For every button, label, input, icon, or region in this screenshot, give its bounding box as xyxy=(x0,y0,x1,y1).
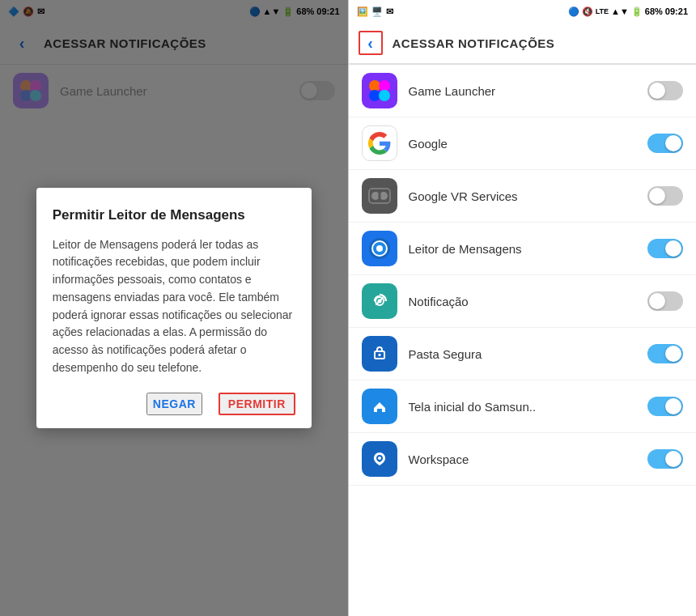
right-game-launcher-name: Game Launcher xyxy=(409,84,648,98)
right-status-right: 🔵 🔇 LTE ▲▼ 🔋 68% 09:21 xyxy=(568,6,688,17)
modal-title: Permitir Leitor de Mensagens xyxy=(53,207,295,223)
right-pasta-segura-knob xyxy=(665,346,681,362)
svg-point-24 xyxy=(378,457,381,460)
right-leitor-toggle[interactable] xyxy=(647,239,683,258)
right-pasta-segura-toggle[interactable] xyxy=(647,344,683,363)
right-google-name: Google xyxy=(409,137,648,151)
right-app-item-tela-inicial: Tela inicial do Samsun.. xyxy=(349,380,697,433)
svg-point-4 xyxy=(369,80,380,91)
modal-buttons: NEGAR PERMITIR xyxy=(53,393,295,415)
right-google-vr-knob xyxy=(649,188,665,204)
right-app-item-notificacao: Notificação xyxy=(349,275,697,328)
svg-point-18 xyxy=(378,300,381,303)
right-notificacao-toggle[interactable] xyxy=(647,291,683,311)
right-screen-icon: 🖥️ xyxy=(371,6,383,17)
svg-rect-11 xyxy=(378,193,380,198)
right-app-item-game-launcher: Game Launcher xyxy=(349,65,697,117)
right-game-launcher-icon xyxy=(362,73,397,108)
right-pasta-segura-name: Pasta Segura xyxy=(409,347,648,361)
right-workspace-name: Workspace xyxy=(409,452,648,466)
right-notificacao-icon xyxy=(362,283,397,319)
right-app-item-pasta-segura: Pasta Segura xyxy=(349,328,697,380)
right-google-vr-toggle[interactable] xyxy=(647,186,683,206)
right-google-icon xyxy=(362,125,397,161)
right-game-launcher-toggle[interactable] xyxy=(647,81,683,100)
right-app-item-workspace: Workspace xyxy=(349,433,697,486)
right-battery-text: 68% xyxy=(645,6,663,16)
right-leitor-icon xyxy=(362,231,397,266)
right-bt-icon: 🔵 xyxy=(568,6,579,17)
allow-button[interactable]: PERMITIR xyxy=(219,393,295,415)
right-media-icon: 🖼️ xyxy=(357,6,368,17)
permission-modal: Permitir Leitor de Mensagens Leitor de M… xyxy=(36,188,312,429)
right-workspace-knob xyxy=(665,451,681,467)
left-panel: 🔷 🔕 ✉ 🔵 ▲▼ 🔋 68% 09:21 ‹ ACESSAR NOTIFIC… xyxy=(0,0,348,616)
right-notificacao-name: Notificação xyxy=(409,295,648,308)
right-mute-icon: 🔇 xyxy=(582,6,593,17)
right-google-vr-icon xyxy=(362,178,397,214)
right-wifi-icon: ▲▼ xyxy=(611,6,629,16)
right-workspace-icon xyxy=(362,441,397,477)
modal-overlay: Permitir Leitor de Mensagens Leitor de M… xyxy=(0,0,348,616)
right-pasta-segura-icon xyxy=(362,336,397,372)
right-tela-inicial-toggle[interactable] xyxy=(647,397,683,416)
svg-rect-21 xyxy=(378,354,380,356)
right-status-bar: 🖼️ 🖥️ ✉ 🔵 🔇 LTE ▲▼ 🔋 68% 09:21 xyxy=(349,0,697,23)
right-app-list: Game Launcher Google xyxy=(349,65,697,616)
right-lte-icon: LTE xyxy=(596,7,609,15)
svg-point-14 xyxy=(376,245,383,252)
right-app-item-google: Google xyxy=(349,117,697,170)
svg-point-5 xyxy=(379,80,390,91)
right-leitor-name: Leitor de Mensagens xyxy=(409,242,648,256)
right-top-bar: ‹ ACESSAR NOTIFICAÇÕES xyxy=(349,23,697,65)
right-battery-icon: 🔋 xyxy=(631,6,643,17)
right-google-vr-name: Google VR Services xyxy=(409,189,648,203)
right-app-item-google-vr: Google VR Services xyxy=(349,170,697,223)
right-panel: 🖼️ 🖥️ ✉ 🔵 🔇 LTE ▲▼ 🔋 68% 09:21 ‹ ACESSAR… xyxy=(349,0,697,616)
right-notificacao-knob xyxy=(649,293,665,309)
right-status-icons: 🖼️ 🖥️ ✉ xyxy=(357,6,393,17)
modal-body: Leitor de Mensagens poderá ler todas as … xyxy=(53,236,295,377)
deny-button[interactable]: NEGAR xyxy=(146,393,202,415)
right-tela-inicial-knob xyxy=(665,398,681,414)
right-game-launcher-knob xyxy=(649,83,665,99)
right-google-toggle[interactable] xyxy=(647,134,683,153)
right-leitor-knob xyxy=(665,240,681,257)
svg-point-7 xyxy=(379,90,390,101)
right-app-item-leitor: Leitor de Mensagens xyxy=(349,223,697,275)
svg-point-6 xyxy=(369,90,380,101)
right-tela-inicial-icon xyxy=(362,389,397,424)
right-back-button[interactable]: ‹ xyxy=(359,31,383,55)
right-time: 09:21 xyxy=(665,6,688,16)
right-tela-inicial-name: Tela inicial do Samsun.. xyxy=(409,400,648,414)
right-page-title: ACESSAR NOTIFICAÇÕES xyxy=(393,36,555,50)
right-msg-icon: ✉ xyxy=(386,6,393,17)
right-google-knob xyxy=(665,135,681,151)
right-workspace-toggle[interactable] xyxy=(647,449,683,469)
